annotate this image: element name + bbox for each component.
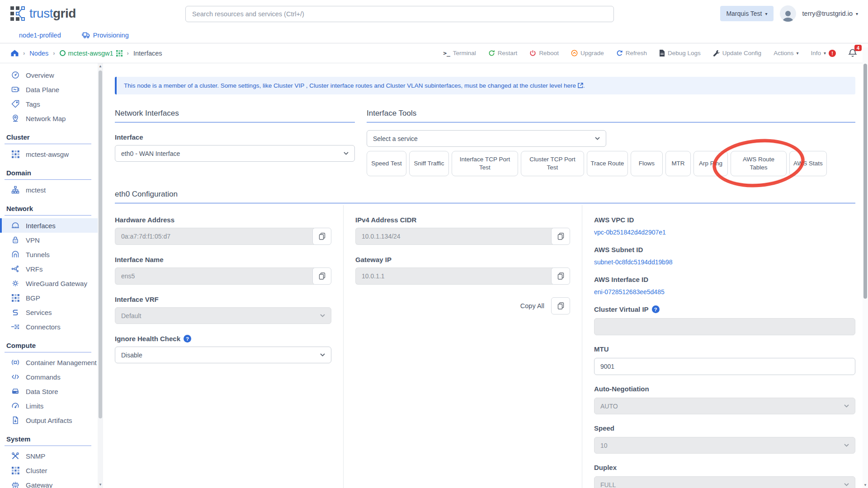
aws-subnet-id-link[interactable]: subnet-0c8fdc5194dd19b98 [594, 258, 855, 266]
sidebar-item-container-management[interactable]: Container Management [0, 355, 98, 370]
scroll-down-icon[interactable]: ▼ [863, 483, 868, 487]
sidebar-item-tags[interactable]: Tags [0, 97, 98, 111]
actions-menu-button[interactable]: Actions ▾ [774, 50, 798, 56]
interface-name-label: Interface Name [115, 256, 331, 263]
aws-stats-button[interactable]: AWS Stats [789, 151, 827, 176]
scroll-up-icon[interactable]: ▲ [98, 63, 103, 70]
notifications-button[interactable]: 4 [848, 48, 857, 58]
aws-interface-id-link[interactable]: eni-0728512683ee5d485 [594, 288, 855, 296]
terminal-button[interactable]: >_ Terminal [443, 50, 476, 56]
sidebar-item-overview[interactable]: Overview [0, 68, 98, 82]
mtu-input[interactable] [594, 358, 855, 375]
sidebar-item-services[interactable]: Services [0, 305, 98, 319]
interface-vrf-select[interactable]: Default [115, 307, 331, 324]
help-icon[interactable]: ? [184, 335, 191, 343]
speed-label: Speed [594, 424, 855, 432]
interface-tcp-port-test-button[interactable]: Interface TCP Port Test [452, 151, 518, 176]
node-cluster-grid-icon [116, 50, 123, 56]
org-switcher-button[interactable]: Marquis Test ▾ [720, 6, 773, 21]
aws-route-tables-button[interactable]: AWS Route Tables [731, 151, 787, 176]
trustgrid-logo[interactable]: trustgrid [10, 6, 76, 21]
service-select[interactable]: Select a service [367, 130, 606, 147]
cluster-tcp-port-test-button[interactable]: Cluster TCP Port Test [521, 151, 584, 176]
sidebar-item-bgp[interactable]: BGP [0, 291, 98, 305]
sidebar-item-gateway[interactable]: Gateway [0, 478, 98, 488]
sidebar-item-wireguard-gateway[interactable]: WireGuard Gateway [0, 276, 98, 291]
duplex-select[interactable]: FULL [594, 476, 855, 488]
sidebar-item-output-artifacts[interactable]: Output Artifacts [0, 413, 98, 427]
sidebar-scrollbar[interactable]: ▲ ▼ [98, 63, 103, 488]
sidebar-section-system: System [0, 433, 98, 446]
chevron-down-icon [595, 137, 600, 140]
ignore-health-check-select[interactable]: Disable [115, 347, 331, 363]
config-column-1: Hardware Address 0a:a7:7d:f1:05:d7 Inter… [115, 205, 344, 488]
cluster-level-link[interactable]: here [564, 82, 576, 89]
sidebar-item-cluster[interactable]: Cluster [0, 463, 98, 478]
copy-button[interactable] [312, 267, 331, 285]
debug-logs-button[interactable]: Debug Logs [659, 50, 701, 56]
provisioning-link[interactable]: Provisioning [82, 32, 129, 39]
sidebar-section-network: Network [0, 203, 98, 215]
trace-route-button[interactable]: Trace Route [587, 151, 628, 176]
refresh-icon [616, 50, 623, 56]
help-icon[interactable]: ? [652, 305, 660, 313]
duplex-label: Duplex [594, 464, 855, 471]
page-scroll-thumb[interactable] [863, 64, 867, 299]
copy-button[interactable] [312, 228, 331, 245]
mtr-button[interactable]: MTR [665, 151, 691, 176]
upgrade-button[interactable]: Upgrade [571, 50, 604, 56]
copy-all-button[interactable] [551, 297, 570, 314]
connector-icon [11, 323, 20, 331]
node-profile-link[interactable]: node1-profiled [19, 32, 61, 39]
chevron-down-icon: ▾ [824, 51, 826, 56]
auto-negotiation-select[interactable]: AUTO [594, 398, 855, 414]
avatar[interactable] [780, 5, 796, 22]
reboot-button[interactable]: Reboot [529, 50, 559, 56]
speed-test-button[interactable]: Speed Test [367, 151, 406, 176]
sidebar-item-vpn[interactable]: VPN [0, 233, 98, 247]
sidebar-item-tunnels[interactable]: Tunnels [0, 247, 98, 262]
sidebar-item-label: Overview [26, 71, 54, 79]
copy-button[interactable] [551, 228, 570, 245]
sidebar-scroll-thumb[interactable] [99, 70, 102, 418]
sidebar-item-mctest-awsgw[interactable]: mctest-awsgw [0, 147, 98, 161]
update-config-button[interactable]: Update Config [713, 50, 761, 56]
aws-vpc-id-link[interactable]: vpc-0b251842d4d2907e1 [594, 229, 855, 236]
interface-vrf-label: Interface VRF [115, 296, 331, 303]
node-name: mctest-awsgw1 [68, 50, 113, 57]
cluster-virtual-ip-label: Cluster Virtual IP ? [594, 305, 855, 313]
sidebar-item-network-map[interactable]: Network Map [0, 111, 98, 126]
home-icon[interactable] [11, 50, 19, 56]
speed-select[interactable]: 10 [594, 437, 855, 454]
sidebar-item-interfaces[interactable]: Interfaces [0, 218, 98, 233]
sidebar-item-mctest[interactable]: mctest [0, 183, 98, 197]
data-plane-icon [11, 85, 20, 94]
sidebar-item-data-store[interactable]: Data Store [0, 384, 98, 399]
section-title: eth0 Configuration [115, 190, 855, 203]
restart-button[interactable]: Restart [488, 50, 518, 56]
breadcrumb-nodes[interactable]: Nodes [29, 50, 48, 57]
info-menu-button[interactable]: Info ▾ ! [811, 50, 836, 57]
sniff-traffic-button[interactable]: Sniff Traffic [409, 151, 449, 176]
refresh-button[interactable]: Refresh [616, 50, 647, 56]
sidebar-item-label: mctest [26, 186, 46, 194]
node-toolbar: › Nodes › mctest-awsgw1 › Interfaces >_ … [0, 43, 868, 63]
sidebar-item-connectors[interactable]: Connectors [0, 319, 98, 334]
search-input[interactable] [185, 6, 614, 22]
user-menu[interactable]: terry@trustgrid.io ▾ [802, 10, 858, 17]
arp-ping-button[interactable]: Arp Ping [693, 151, 728, 176]
brand-name: trustgrid [29, 6, 76, 21]
page-scrollbar[interactable]: ▼ [863, 47, 868, 488]
interface-tools-section: Interface Tools Select a service Speed T… [367, 109, 855, 176]
sidebar-item-snmp[interactable]: SNMP [0, 449, 98, 463]
interface-select[interactable]: eth0 - WAN Interface [115, 145, 355, 162]
breadcrumb-node[interactable]: mctest-awsgw1 [60, 50, 123, 57]
flows-button[interactable]: Flows [631, 151, 663, 176]
sidebar-item-limits[interactable]: Limits [0, 399, 98, 413]
sidebar-item-vrfs[interactable]: VRFs [0, 262, 98, 276]
gateway-ip-field: 10.0.1.1 [355, 267, 553, 285]
sidebar-item-commands[interactable]: Commands [0, 370, 98, 384]
copy-button[interactable] [551, 267, 570, 285]
sidebar-item-data-plane[interactable]: Data Plane [0, 82, 98, 97]
scroll-down-icon[interactable]: ▼ [98, 482, 103, 488]
